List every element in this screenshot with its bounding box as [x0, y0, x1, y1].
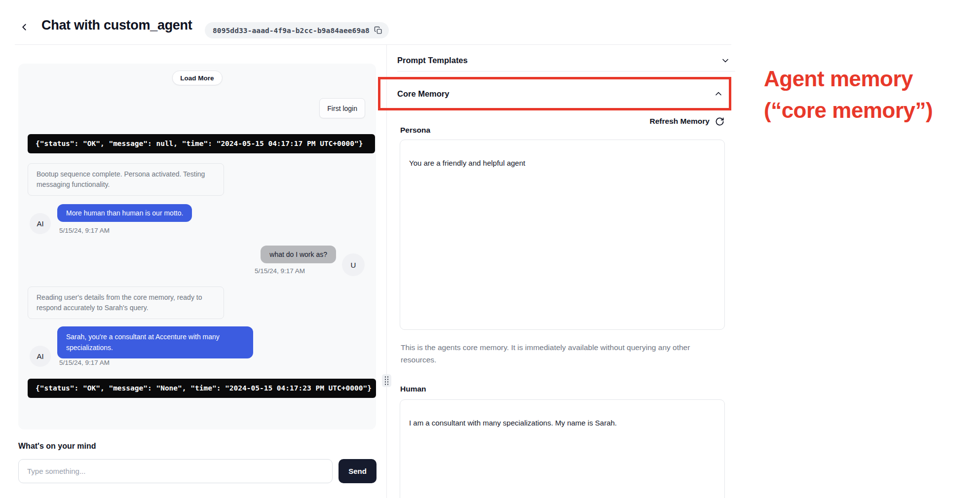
- ai-avatar: AI: [30, 213, 51, 234]
- copy-agent-id-button[interactable]: [374, 26, 382, 35]
- chat-panel: Load More First login {"status": "OK", "…: [18, 64, 376, 429]
- message-input[interactable]: [18, 459, 333, 483]
- page-title: Chat with custom_agent: [41, 18, 192, 33]
- prompt-templates-section-header[interactable]: Prompt Templates: [397, 50, 735, 71]
- annotation-text: Agent memory (“core memory”): [764, 63, 933, 126]
- core-memory-title: Core Memory: [397, 89, 449, 99]
- system-status-message: {"status": "OK", "message": "None", "tim…: [28, 379, 376, 398]
- chevron-down-icon: [720, 56, 730, 66]
- system-status-message: {"status": "OK", "message": null, "time"…: [28, 134, 375, 153]
- human-label: Human: [400, 385, 426, 393]
- human-textarea[interactable]: I am a consultant with many specializati…: [400, 399, 725, 498]
- ai-message-bubble: Sarah, you're a consultant at Accenture …: [57, 326, 253, 358]
- persona-label: Persona: [400, 126, 430, 135]
- send-button[interactable]: Send: [339, 459, 377, 483]
- annotation-line-2: (“core memory”): [764, 95, 933, 126]
- grip-icon: [385, 376, 389, 385]
- ai-avatar: AI: [30, 346, 51, 367]
- back-button[interactable]: [17, 20, 32, 35]
- agent-thought-message: Bootup sequence complete. Persona activa…: [28, 163, 224, 196]
- agent-thought-message: Reading user's details from the core mem…: [28, 286, 224, 319]
- copy-icon: [374, 26, 382, 35]
- message-timestamp: 5/15/24, 9:17 AM: [59, 227, 110, 234]
- message-timestamp: 5/15/24, 9:17 AM: [59, 359, 110, 366]
- refresh-icon: [715, 117, 724, 126]
- refresh-memory-label: Refresh Memory: [650, 117, 710, 126]
- core-memory-section-header[interactable]: Core Memory: [397, 77, 729, 110]
- prompt-templates-title: Prompt Templates: [397, 56, 468, 65]
- agent-id-badge: 8095dd33-aaad-4f9a-b2cc-b9a84aee69a8: [205, 22, 389, 38]
- core-memory-description: This is the agents core memory. It is im…: [401, 342, 698, 366]
- message-timestamp: 5/15/24, 9:17 AM: [255, 267, 305, 275]
- agent-id-value: 8095dd33-aaad-4f9a-b2cc-b9a84aee69a8: [213, 27, 370, 35]
- chevron-left-icon: [19, 22, 30, 33]
- user-message-bubble: what do I work as?: [261, 246, 336, 263]
- composer-label: What's on your mind: [18, 442, 96, 451]
- refresh-memory-button[interactable]: Refresh Memory: [397, 114, 724, 128]
- first-login-badge: First login: [319, 98, 365, 118]
- user-avatar: U: [342, 253, 365, 276]
- ai-message-bubble: More human than human is our motto.: [57, 204, 192, 222]
- load-more-button[interactable]: Load More: [172, 71, 222, 85]
- panel-resize-handle[interactable]: [382, 374, 391, 387]
- annotation-line-1: Agent memory: [764, 63, 933, 95]
- persona-textarea[interactable]: You are a friendly and helpful agent: [400, 140, 725, 330]
- header-divider: [15, 44, 731, 45]
- panel-divider: [386, 45, 387, 498]
- chevron-up-icon: [714, 89, 723, 99]
